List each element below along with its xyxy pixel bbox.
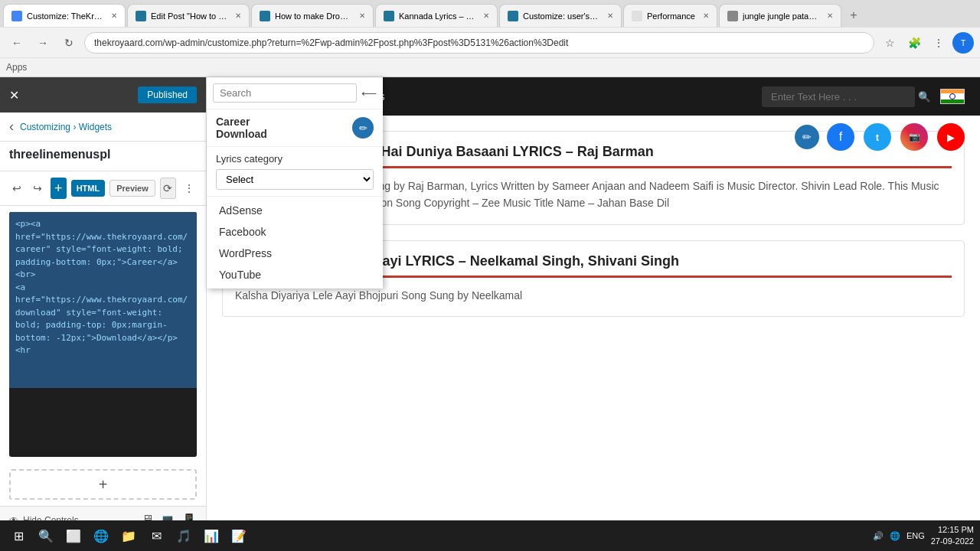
tab-7[interactable]: jungle jungle pata ch... ✕	[719, 4, 841, 27]
tab-active[interactable]: Customize: TheKroya... ✕	[3, 4, 126, 27]
tab-6[interactable]: Performance ✕	[623, 4, 717, 27]
site-search-input[interactable]	[762, 86, 915, 107]
menu-item-facebook[interactable]: Facebook	[207, 221, 383, 243]
tab-close-icon[interactable]: ✕	[111, 11, 117, 20]
extensions-button[interactable]: 🧩	[903, 32, 925, 54]
address-bar[interactable]: thekroyaard.com/wp-admin/customize.php?r…	[84, 32, 874, 54]
html-mode-button[interactable]: HTML	[71, 180, 106, 197]
network-icon[interactable]: 🌐	[890, 531, 900, 541]
tab-close-3[interactable]: ✕	[359, 11, 365, 20]
tab-close-5[interactable]: ✕	[607, 11, 613, 20]
tab-2[interactable]: Edit Post "How to ma... ✕	[127, 4, 250, 27]
tab-label-3: How to make Dropd...	[275, 11, 351, 21]
flag-white-stripe	[941, 93, 964, 99]
customizer-back-icon[interactable]: ‹	[9, 119, 14, 135]
tab-close-2[interactable]: ✕	[235, 11, 241, 20]
browser-chrome: Customize: TheKroya... ✕ Edit Post "How …	[0, 0, 980, 77]
dropdown-search-input[interactable]	[213, 83, 357, 103]
media-icon[interactable]: 🎵	[172, 523, 196, 548]
tab-favicon-2	[136, 11, 146, 21]
nav-bar: ← → ↻ thekroyaard.com/wp-admin/customize…	[0, 28, 980, 58]
tab-3[interactable]: How to make Dropd... ✕	[251, 4, 374, 27]
tab-favicon-4	[384, 11, 394, 21]
taskbar: ⊞ 🔍 ⬜ 🌐 📁 ✉ 🎵 📊 📝 🔊 🌐 ENG 12:15 PM 27-09…	[0, 520, 980, 551]
file-explorer-icon[interactable]: 📁	[116, 523, 141, 548]
edit-links-icon[interactable]: ✏	[352, 117, 374, 139]
header-right: 🔍	[762, 86, 965, 107]
language-label[interactable]: ENG	[906, 531, 925, 540]
flag-chakra	[949, 93, 956, 99]
menu-item-adsense[interactable]: AdSense	[207, 200, 383, 221]
add-block-button[interactable]: +	[51, 178, 67, 199]
customizer-close-icon[interactable]: ✕	[9, 88, 19, 103]
tab-5[interactable]: Customize: user's Bl... ✕	[499, 4, 622, 27]
search-back-icon[interactable]: ⟵	[361, 87, 377, 99]
dropdown-links-text: Career Download	[216, 116, 267, 140]
settings-button[interactable]: ⋮	[928, 32, 949, 54]
breadcrumb-widgets[interactable]: Widgets	[79, 122, 112, 132]
tab-favicon	[11, 11, 22, 21]
app-icon-1[interactable]: 📊	[199, 523, 224, 548]
code-editor-area: <p><a href="https://www.thekroyaard.com/…	[9, 212, 197, 457]
tab-close-7[interactable]: ✕	[827, 11, 833, 20]
india-flag	[940, 89, 965, 104]
taskbar-left: ⊞ 🔍 ⬜ 🌐 📁 ✉ 🎵 📊 📝	[6, 523, 251, 548]
mail-icon[interactable]: ✉	[144, 523, 168, 548]
customizer-nav: ‹ Customizing › Widgets	[0, 112, 206, 142]
preview-mode-button[interactable]: Preview	[109, 180, 155, 197]
add-widget-button[interactable]: +	[9, 469, 197, 500]
menu-item-wordpress[interactable]: WordPress	[207, 243, 383, 264]
tab-4[interactable]: Kannada Lyrics – The... ✕	[375, 4, 498, 27]
instagram-icon[interactable]: 📷	[900, 123, 928, 151]
customizer-panel: ✕ Published ‹ Customizing › Widgets thre…	[0, 77, 207, 533]
reload-button[interactable]: ↻	[58, 32, 80, 54]
refresh-button[interactable]: ⟳	[160, 178, 176, 199]
taskbar-time: 12:15 PM 27-09-2022	[931, 524, 974, 548]
download-link[interactable]: Download	[216, 128, 267, 140]
tab-close-4[interactable]: ✕	[483, 11, 489, 20]
tab-label: Customize: TheKroya...	[27, 11, 103, 21]
dropdown-links-section: Career Download ✏	[207, 109, 383, 147]
career-link[interactable]: Career	[216, 116, 267, 128]
tab-label-6: Performance	[647, 11, 695, 21]
date-display: 27-09-2022	[931, 536, 974, 547]
site-edit-overlay: ✏ f t 📷 ▶	[795, 123, 965, 151]
site-search-button[interactable]: 🔍	[918, 91, 931, 103]
apps-bar: Apps	[0, 58, 980, 77]
more-options-button[interactable]: ⋮	[181, 178, 197, 199]
tab-label-5: Customize: user's Bl...	[523, 11, 599, 21]
start-button[interactable]: ⊞	[6, 523, 31, 548]
tab-favicon-6	[632, 11, 642, 21]
volume-icon[interactable]: 🔊	[873, 531, 884, 541]
category-select[interactable]: Select AdSense Facebook WordPress YouTub…	[216, 169, 374, 190]
taskbar-right: 🔊 🌐 ENG 12:15 PM 27-09-2022	[873, 524, 974, 548]
published-button[interactable]: Published	[138, 86, 197, 103]
twitter-icon[interactable]: t	[864, 123, 891, 151]
new-tab-button[interactable]: +	[843, 5, 864, 26]
undo-button[interactable]: ↩	[9, 178, 25, 199]
tab-favicon-7	[727, 11, 738, 21]
dropdown-category-section: Lyrics category Select AdSense Facebook …	[207, 147, 383, 197]
menu-item-youtube[interactable]: YouTube	[207, 264, 383, 285]
site-search: 🔍	[762, 86, 931, 107]
breadcrumb-customizing[interactable]: Customizing	[20, 122, 70, 132]
back-button[interactable]: ←	[6, 32, 28, 54]
article-body-2: Kalsha Diyariya Lele Aayi Bhojpuri Song …	[223, 287, 964, 316]
forward-button[interactable]: →	[32, 32, 54, 54]
redo-button[interactable]: ↪	[30, 178, 46, 199]
customizer-header: ✕ Published	[0, 77, 206, 112]
bookmark-button[interactable]: ☆	[879, 32, 900, 54]
html-code-textarea[interactable]: <p><a href="https://www.thekroyaard.com/…	[9, 212, 197, 388]
customizer-toolbar: ↩ ↪ + HTML Preview ⟳ ⋮	[0, 171, 206, 206]
apps-label: Apps	[6, 62, 27, 73]
tab-close-6[interactable]: ✕	[703, 11, 709, 20]
breadcrumb: Customizing › Widgets	[20, 122, 112, 132]
profile-icon[interactable]: T	[952, 32, 974, 54]
facebook-icon[interactable]: f	[827, 123, 854, 151]
task-view-icon[interactable]: ⬜	[61, 523, 86, 548]
youtube-icon[interactable]: ▶	[937, 123, 965, 151]
search-taskbar-icon[interactable]: 🔍	[34, 523, 58, 548]
site-edit-icon[interactable]: ✏	[795, 125, 819, 149]
edge-icon[interactable]: 🌐	[89, 523, 113, 548]
app-icon-2[interactable]: 📝	[227, 523, 251, 548]
